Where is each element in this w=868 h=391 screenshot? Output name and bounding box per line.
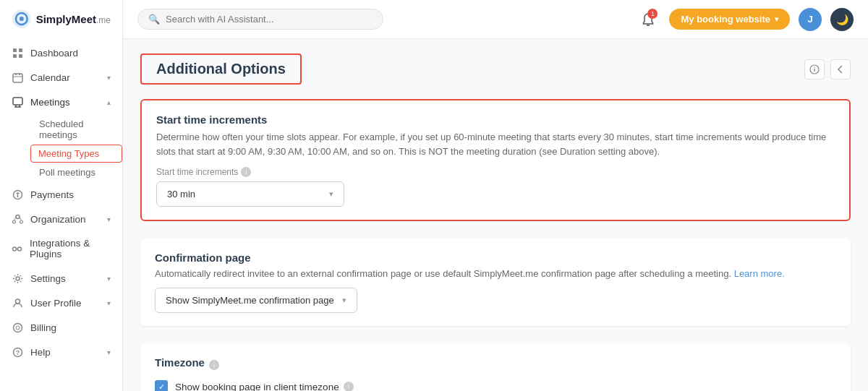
start-time-info-icon[interactable]: i <box>241 167 251 177</box>
calendar-label: Calendar <box>30 72 70 83</box>
confirmation-title: Confirmation page <box>155 252 836 264</box>
dark-mode-toggle[interactable]: 🌙 <box>830 8 854 31</box>
org-chevron: ▾ <box>107 215 111 223</box>
sidebar-item-integrations[interactable]: Integrations & Plugins <box>0 231 122 266</box>
sidebar-item-help[interactable]: ? Help ▾ <box>0 340 122 364</box>
page-header: Additional Options <box>140 53 851 85</box>
sidebar-item-user-profile[interactable]: User Profile ▾ <box>0 291 122 315</box>
sidebar-item-payments[interactable]: Payments <box>0 182 122 207</box>
calendar-chevron: ▾ <box>107 74 111 82</box>
chevron-left-icon <box>835 64 846 74</box>
calendar-icon <box>12 72 23 83</box>
user-profile-chevron: ▾ <box>107 299 111 307</box>
svg-rect-7 <box>13 74 22 82</box>
confirmation-section: Confirmation page Automatically redirect… <box>140 239 851 326</box>
search-icon: 🔍 <box>148 14 160 25</box>
help-chevron: ▾ <box>107 348 111 356</box>
organization-label: Organization <box>30 214 86 225</box>
billing-icon <box>12 322 23 333</box>
sidebar-item-meeting-types[interactable]: Meeting Types <box>30 145 122 163</box>
svg-point-20 <box>20 220 22 223</box>
sidebar-item-dashboard[interactable]: Dashboard <box>0 40 122 65</box>
svg-line-21 <box>14 217 16 220</box>
start-time-description: Determine how often your time slots appe… <box>156 130 835 158</box>
learn-more-link[interactable]: Learn more. <box>734 268 785 279</box>
timezone-section: Timezone i ✓ Show booking page in client… <box>140 343 851 391</box>
search-bar[interactable]: 🔍 <box>137 9 383 30</box>
start-time-field-label: Start time increments i <box>156 167 835 177</box>
help-label: Help <box>30 347 51 358</box>
svg-line-22 <box>20 217 22 220</box>
org-icon <box>12 213 23 225</box>
client-timezone-row: ✓ Show booking page in client timezone i <box>155 380 836 391</box>
sidebar-item-meetings[interactable]: Meetings ▴ <box>0 90 122 114</box>
sidebar-item-scheduled[interactable]: Scheduled meetings <box>30 114 122 145</box>
logo-text: SimplyMeet.me <box>36 13 111 25</box>
header: 🔍 1 My booking website ▾ J 🌙 <box>123 0 868 39</box>
settings-label: Settings <box>30 273 66 284</box>
confirmation-dropdown[interactable]: Show SimplyMeet.me confirmation page ▾ <box>155 288 357 313</box>
svg-rect-3 <box>13 48 17 52</box>
confirmation-chevron-icon: ▾ <box>342 296 346 305</box>
timezone-title: Timezone <box>155 356 205 369</box>
user-icon <box>12 297 23 309</box>
svg-point-34 <box>814 66 814 67</box>
main-content: Additional Options Start time increments… <box>123 39 868 391</box>
meetings-icon <box>12 96 23 108</box>
header-actions <box>804 59 851 80</box>
start-time-title: Start time increments <box>156 113 835 126</box>
svg-point-27 <box>15 299 20 304</box>
meetings-label: Meetings <box>30 97 70 108</box>
svg-text:?: ? <box>15 349 20 356</box>
integrations-icon <box>12 243 22 254</box>
header-right: 1 My booking website ▾ J 🌙 <box>636 7 854 32</box>
logo: SimplyMeet.me <box>0 0 122 40</box>
svg-point-18 <box>16 215 20 218</box>
dashboard-label: Dashboard <box>30 48 78 59</box>
svg-rect-6 <box>19 54 22 58</box>
svg-point-2 <box>20 17 24 21</box>
svg-point-26 <box>16 277 20 280</box>
page-title-box: Additional Options <box>140 53 302 85</box>
avatar: J <box>799 8 822 31</box>
booking-website-button[interactable]: My booking website ▾ <box>669 9 790 30</box>
integrations-label: Integrations & Plugins <box>30 238 111 259</box>
settings-chevron: ▾ <box>107 275 111 283</box>
svg-rect-4 <box>19 48 22 52</box>
dashboard-icon <box>12 47 23 59</box>
info-button[interactable] <box>804 59 825 80</box>
svg-point-28 <box>13 323 22 332</box>
sidebar: SimplyMeet.me Dashboard Calendar ▾ Meeti… <box>0 0 123 391</box>
client-timezone-checkbox[interactable]: ✓ <box>155 380 168 391</box>
settings-icon <box>12 272 23 284</box>
payments-icon <box>12 189 23 200</box>
collapse-button[interactable] <box>830 59 851 80</box>
sidebar-item-calendar[interactable]: Calendar ▾ <box>0 65 122 90</box>
page-title: Additional Options <box>156 61 286 77</box>
start-time-section: Start time increments Determine how ofte… <box>140 99 851 221</box>
svg-point-29 <box>16 326 20 330</box>
info-icon <box>809 64 820 74</box>
sidebar-item-settings[interactable]: Settings ▾ <box>0 266 122 291</box>
svg-point-23 <box>13 247 17 251</box>
sidebar-item-billing[interactable]: Billing <box>0 315 122 340</box>
help-icon: ? <box>12 346 23 358</box>
client-timezone-info-icon[interactable]: i <box>344 382 354 391</box>
svg-rect-11 <box>13 98 22 105</box>
user-profile-label: User Profile <box>30 298 82 309</box>
timezone-title-row: Timezone i <box>155 356 836 373</box>
billing-label: Billing <box>30 322 56 333</box>
payments-label: Payments <box>30 189 74 200</box>
notification-badge: 1 <box>647 9 658 19</box>
svg-point-19 <box>12 220 15 223</box>
start-time-dropdown[interactable]: 30 min ▾ <box>156 181 344 207</box>
timezone-info-icon[interactable]: i <box>209 360 219 370</box>
confirmation-description: Automatically redirect invitee to an ext… <box>155 268 836 279</box>
search-input[interactable] <box>166 14 373 25</box>
sidebar-item-poll[interactable]: Poll meetings <box>30 163 122 182</box>
svg-point-24 <box>18 247 22 251</box>
start-time-value: 30 min <box>167 189 195 199</box>
notification-button[interactable]: 1 <box>636 7 660 32</box>
sidebar-item-organization[interactable]: Organization ▾ <box>0 207 122 231</box>
start-time-chevron-icon: ▾ <box>329 189 333 199</box>
